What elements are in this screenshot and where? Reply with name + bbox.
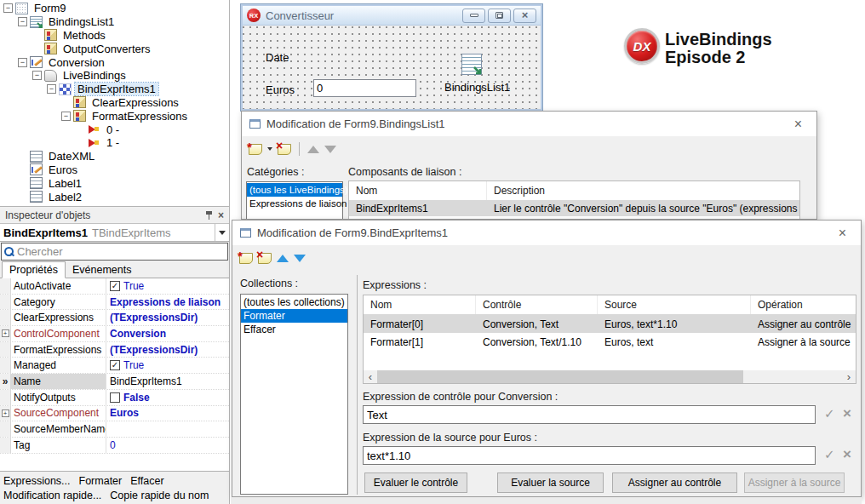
property-row-autoactivate[interactable]: AutoActivate ✓True xyxy=(0,278,229,295)
horizontal-scrollbar[interactable]: ‹ › xyxy=(364,370,856,383)
table-row[interactable]: Formater[0] Conversion, Text Euros, text… xyxy=(364,315,856,333)
property-row-name[interactable]: » Name BindExprItems1 xyxy=(0,374,229,390)
property-row-notifyoutputs[interactable]: NotifyOutputs False xyxy=(0,390,229,406)
table-row[interactable]: Formater[1] Conversion, Text/1.10 Euros,… xyxy=(364,333,856,351)
bindingslist-component-icon[interactable] xyxy=(461,54,482,75)
clear-x-icon[interactable]: × xyxy=(843,405,851,422)
source-expression-field[interactable] xyxy=(363,446,816,465)
add-expression-icon[interactable] xyxy=(239,253,253,264)
tree-node-datexml[interactable]: DateXML xyxy=(0,150,229,163)
dialog-titlebar[interactable]: Modification de Form9.BindingsList1 × xyxy=(242,112,816,136)
pin-icon[interactable] xyxy=(205,211,213,220)
table-header[interactable]: Nom Contrôle Source Opération xyxy=(364,295,856,315)
property-row-sourcecomponent[interactable]: + SourceComponent Euros xyxy=(0,406,229,422)
move-up-icon[interactable] xyxy=(307,146,319,153)
property-row-managed[interactable]: Managed ✓True xyxy=(0,358,229,374)
form-titlebar[interactable]: RX Convertisseur × xyxy=(243,6,541,26)
table-row[interactable]: BindExprItems1 Lier le contrôle "Convers… xyxy=(349,201,799,216)
evaluate-control-button[interactable]: Evaluer le contrôle xyxy=(364,472,467,493)
collapse-icon[interactable]: − xyxy=(18,17,27,26)
categories-listbox[interactable]: (tous les LiveBindings) Expressions de l… xyxy=(246,181,343,220)
tree-node-expression-0[interactable]: 0 - xyxy=(0,123,229,136)
checkbox-checked[interactable]: ✓ xyxy=(110,360,120,370)
scroll-right-icon[interactable]: › xyxy=(842,370,856,383)
tree-node-outputconverters[interactable]: OutputConverters xyxy=(0,42,229,55)
date-label[interactable]: Date xyxy=(266,51,289,64)
expressions-table[interactable]: Nom Contrôle Source Opération Formater[0… xyxy=(363,295,856,384)
tree-node-bindexpritems1[interactable]: − BindExprItems1 xyxy=(0,83,229,96)
tree-node-label1[interactable]: Label1 xyxy=(0,176,229,190)
dialog-titlebar[interactable]: Modification de Form9.BindExprItems1 × xyxy=(232,220,861,245)
close-icon[interactable]: × xyxy=(832,226,853,240)
instance-selector[interactable]: BindExprItems1 TBindExprItems xyxy=(0,223,229,242)
tree-node-label2[interactable]: Label2 xyxy=(0,190,229,203)
close-button[interactable]: × xyxy=(513,9,536,23)
close-icon[interactable]: × xyxy=(218,211,224,220)
checkbox-unchecked[interactable] xyxy=(110,392,120,403)
collapse-icon[interactable]: − xyxy=(32,71,42,80)
tree-node-bindingslist1[interactable]: − BindingsList1 xyxy=(0,15,229,29)
scroll-left-icon[interactable]: ‹ xyxy=(364,370,377,383)
property-row-tag[interactable]: Tag 0 xyxy=(0,438,229,454)
collections-listbox[interactable]: (toutes les collections) Formater Efface… xyxy=(240,294,348,495)
search-input[interactable] xyxy=(17,245,204,258)
list-item[interactable]: Formater xyxy=(241,309,347,323)
euros-field[interactable] xyxy=(313,79,416,97)
link-copie-rapide[interactable]: Copie rapide du nom xyxy=(110,490,209,501)
tree-node-conversion[interactable]: − Conversion xyxy=(0,55,229,69)
list-item[interactable]: (toutes les collections) xyxy=(241,295,347,309)
move-up-icon[interactable] xyxy=(277,255,289,262)
list-item[interactable]: (tous les LiveBindings) xyxy=(247,183,342,197)
property-row-category[interactable]: Category Expressions de liaison xyxy=(0,295,229,311)
tree-node-methods[interactable]: Methods xyxy=(0,29,229,43)
clear-x-icon[interactable]: × xyxy=(843,446,851,463)
tab-properties[interactable]: Propriétés xyxy=(2,261,66,278)
form-design-surface[interactable]: Date Euros Dollars US BindingsList1 xyxy=(243,26,541,111)
move-down-icon[interactable] xyxy=(324,146,336,153)
list-item[interactable]: Effacer xyxy=(241,323,347,336)
tab-events[interactable]: Evénements xyxy=(66,262,138,278)
link-expressions[interactable]: Expressions... xyxy=(3,475,71,487)
expand-icon[interactable]: + xyxy=(2,410,9,417)
property-row-controlcomponent[interactable]: + ControlComponent Conversion xyxy=(0,326,229,342)
minimize-button[interactable] xyxy=(462,9,485,23)
delete-expression-icon[interactable] xyxy=(258,253,272,264)
evaluate-source-button[interactable]: Evaluer la source xyxy=(497,472,604,493)
link-effacer[interactable]: Effacer xyxy=(130,475,163,487)
list-item[interactable]: Expressions de liaison xyxy=(247,197,342,210)
collapse-icon[interactable]: − xyxy=(18,58,27,67)
property-row-formatexpressions[interactable]: FormatExpressions (TExpressionsDir) xyxy=(0,342,229,358)
control-expression-field[interactable] xyxy=(363,405,816,424)
property-row-clearexpressions[interactable]: ClearExpressions (TExpressionsDir) xyxy=(0,310,229,326)
assign-to-control-button[interactable]: Assigner au contrôle xyxy=(612,472,737,493)
add-dropdown-icon[interactable] xyxy=(267,147,272,151)
move-down-icon[interactable] xyxy=(294,255,306,262)
instance-dropdown-button[interactable] xyxy=(215,224,229,241)
tree-node-formatexpressions[interactable]: − FormatExpressions xyxy=(0,109,229,123)
validate-check-icon[interactable]: ✓ xyxy=(824,406,835,421)
tree-node-form9[interactable]: − Form9 xyxy=(0,2,229,15)
components-table[interactable]: Nom Description BindExprItems1 Lier le c… xyxy=(348,180,800,220)
link-formater[interactable]: Formater xyxy=(79,475,123,487)
euros-label[interactable]: Euros xyxy=(266,83,295,96)
tree-node-clearexpressions[interactable]: ClearExpressions xyxy=(0,96,229,110)
checkbox-checked[interactable]: ✓ xyxy=(110,281,120,291)
delete-binding-icon[interactable] xyxy=(278,144,291,155)
tree-node-livebindings[interactable]: − LiveBindings xyxy=(0,69,229,83)
link-modification-rapide[interactable]: Modification rapide... xyxy=(3,490,101,501)
property-row-sourcemembername[interactable]: SourceMemberName xyxy=(0,421,229,438)
close-icon[interactable]: × xyxy=(788,117,809,131)
expand-icon[interactable]: + xyxy=(2,329,9,337)
collapse-icon[interactable]: − xyxy=(47,84,56,94)
table-header[interactable]: Nom Description xyxy=(349,181,799,201)
collapse-icon[interactable]: − xyxy=(61,112,71,121)
tree-node-expression-1[interactable]: 1 - xyxy=(0,136,229,150)
scrollbar-thumb[interactable] xyxy=(377,370,743,383)
tree-node-euros[interactable]: Euros xyxy=(0,163,229,177)
validate-check-icon[interactable]: ✓ xyxy=(824,447,835,462)
collapse-icon[interactable]: − xyxy=(3,3,13,13)
bindingslist-component-label[interactable]: BindingsList1 xyxy=(444,81,510,94)
add-binding-icon[interactable] xyxy=(249,144,262,155)
maximize-button[interactable] xyxy=(488,9,511,23)
splitter[interactable] xyxy=(357,275,358,495)
